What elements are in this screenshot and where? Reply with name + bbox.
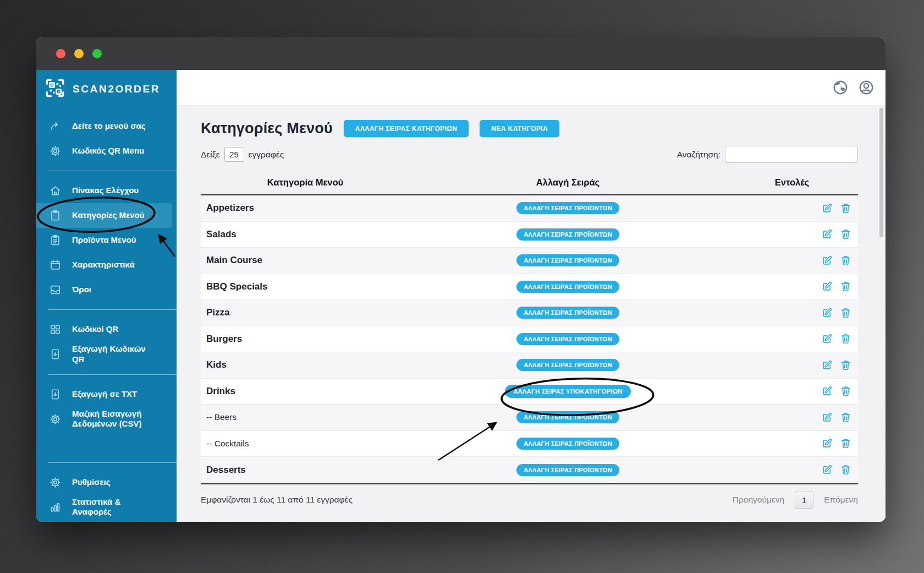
main-column: Κατηγορίες Μενού ΑΛΛΑΓΗ ΣΕΙΡΑΣ ΚΑΤΗΓΟΡΙΩ… bbox=[177, 70, 886, 522]
sidebar-item-qr-codes[interactable]: Κωδικοί QR bbox=[36, 317, 172, 342]
sidebar-item-stats-reports[interactable]: Στατιστικά & Αναφορές bbox=[36, 495, 172, 520]
sidebar-item-label: Εξαγωγή σε TXT bbox=[72, 389, 137, 400]
table-body: Appetizers ΑΛΛΑΓΗ ΣΕΙΡΑΣ ΠΡΟΪΟΝΤΩΝ Salad… bbox=[201, 195, 858, 484]
new-category-button[interactable]: ΝΕΑ ΚΑΤΗΓΟΡΙΑ bbox=[480, 120, 559, 137]
trash-icon bbox=[840, 359, 851, 371]
delete-button[interactable] bbox=[840, 438, 851, 449]
sidebar-item-label: Ρυθμίσεις bbox=[72, 477, 111, 488]
subcategory-name: -- Cocktails bbox=[201, 439, 410, 449]
delete-button[interactable] bbox=[840, 255, 851, 266]
sidebar-item-label: Όροι bbox=[72, 285, 91, 295]
sidebar-item-export-txt[interactable]: Εξαγωγή σε TXT bbox=[36, 382, 172, 407]
sidebar-spacer bbox=[36, 432, 177, 455]
page-length-input[interactable] bbox=[224, 147, 244, 162]
sidebar-item-menu-categories[interactable]: Κατηγορίες Μενού bbox=[36, 203, 172, 228]
trash-icon bbox=[840, 255, 851, 266]
sidebar-item-settings[interactable]: Ρυθμίσεις bbox=[36, 470, 172, 495]
edit-button[interactable] bbox=[821, 307, 833, 319]
minimize-window-button[interactable] bbox=[74, 49, 84, 58]
reorder-categories-button[interactable]: ΑΛΛΑΓΗ ΣΕΙΡΑΣ ΚΑΤΗΓΟΡΙΩΝ bbox=[344, 120, 469, 137]
page-title: Κατηγορίες Μενού bbox=[201, 120, 333, 137]
reorder-subcategories-button[interactable]: ΑΛΛΑΓΗ ΣΕΙΡΑΣ ΥΠΟΚΑΤΗΓΟΡΙΩΝ bbox=[505, 385, 631, 398]
trash-icon bbox=[840, 464, 851, 476]
zoom-window-button[interactable] bbox=[92, 49, 102, 58]
sidebar-item-menu-products[interactable]: Προϊόντα Μενού bbox=[36, 228, 172, 253]
table-row: Burgers ΑΛΛΑΓΗ ΣΕΙΡΑΣ ΠΡΟΪΟΝΤΩΝ bbox=[201, 326, 858, 353]
reorder-products-button[interactable]: ΑΛΛΑΓΗ ΣΕΙΡΑΣ ΠΡΟΪΟΝΤΩΝ bbox=[516, 202, 619, 214]
edit-button[interactable] bbox=[821, 333, 833, 345]
gear-icon bbox=[48, 476, 62, 489]
delete-button[interactable] bbox=[840, 385, 851, 397]
vertical-scrollbar[interactable] bbox=[879, 108, 883, 237]
reorder-products-button[interactable]: ΑΛΛΑΓΗ ΣΕΙΡΑΣ ΠΡΟΪΟΝΤΩΝ bbox=[516, 438, 619, 450]
sidebar-item-label: Κωδικός QR Menu bbox=[72, 146, 144, 156]
delete-button[interactable] bbox=[840, 412, 851, 423]
close-window-button[interactable] bbox=[56, 49, 65, 58]
reorder-products-button[interactable]: ΑΛΛΑΓΗ ΣΕΙΡΑΣ ΠΡΟΪΟΝΤΩΝ bbox=[516, 359, 619, 371]
edit-button[interactable] bbox=[821, 412, 833, 423]
edit-icon bbox=[821, 333, 833, 345]
pagination: Προηγούμενη 1 Επόμενη bbox=[733, 492, 858, 509]
edit-button[interactable] bbox=[821, 385, 833, 397]
sidebar-item-terms[interactable]: Όροι bbox=[36, 277, 172, 302]
table-header-row: Κατηγορία Μενού Αλλαγή Σειράς Εντολές bbox=[201, 171, 858, 195]
sidebar-item-qr-menu-code[interactable]: Κωδικός QR Menu bbox=[36, 139, 172, 163]
delete-button[interactable] bbox=[840, 359, 851, 371]
delete-button[interactable] bbox=[840, 281, 851, 292]
topbar bbox=[177, 70, 886, 106]
delete-button[interactable] bbox=[840, 203, 851, 214]
table-row: Pizza ΑΛΛΑΓΗ ΣΕΙΡΑΣ ΠΡΟΪΟΝΤΩΝ bbox=[201, 300, 858, 326]
results-summary: Εμφανίζονται 1 έως 11 από 11 εγγραφές bbox=[201, 495, 353, 505]
category-name: Burgers bbox=[201, 334, 410, 345]
sidebar-item-view-menu[interactable]: Δείτε το μενού σας bbox=[36, 114, 172, 139]
trash-icon bbox=[840, 385, 851, 397]
edit-button[interactable] bbox=[821, 438, 833, 449]
delete-button[interactable] bbox=[840, 464, 851, 476]
reorder-products-button[interactable]: ΑΛΛΑΓΗ ΣΕΙΡΑΣ ΠΡΟΪΟΝΤΩΝ bbox=[516, 411, 619, 423]
sidebar-item-dashboard[interactable]: Πίνακας Ελέγχου bbox=[36, 178, 172, 203]
page-length-control: Δείξε εγγραφές bbox=[201, 147, 284, 162]
trash-icon bbox=[840, 333, 851, 345]
clipboard-icon bbox=[48, 209, 62, 222]
reorder-products-button[interactable]: ΑΛΛΑΓΗ ΣΕΙΡΑΣ ΠΡΟΪΟΝΤΩΝ bbox=[516, 254, 619, 266]
reorder-products-button[interactable]: ΑΛΛΑΓΗ ΣΕΙΡΑΣ ΠΡΟΪΟΝΤΩΝ bbox=[516, 228, 619, 241]
language-globe-button[interactable] bbox=[832, 79, 849, 96]
subcategory-name: -- Beers bbox=[201, 412, 410, 422]
edit-icon bbox=[821, 228, 833, 240]
qr-logo-icon bbox=[44, 77, 66, 101]
delete-button[interactable] bbox=[840, 307, 851, 319]
edit-icon bbox=[821, 438, 833, 449]
app-body: SCAN2ORDER Δείτε το μενού σας Κωδικός QR… bbox=[36, 70, 886, 522]
desktop-background: SCAN2ORDER Δείτε το μενού σας Κωδικός QR… bbox=[0, 0, 924, 573]
edit-button[interactable] bbox=[821, 255, 833, 266]
table-row: Salads ΑΛΛΑΓΗ ΣΕΙΡΑΣ ΠΡΟΪΟΝΤΩΝ bbox=[201, 222, 858, 248]
account-user-button[interactable] bbox=[858, 79, 875, 96]
reorder-products-button[interactable]: ΑΛΛΑΓΗ ΣΕΙΡΑΣ ΠΡΟΪΟΝΤΩΝ bbox=[516, 307, 619, 319]
table-row: BBQ Specials ΑΛΛΑΓΗ ΣΕΙΡΑΣ ΠΡΟΪΟΝΤΩΝ bbox=[201, 274, 858, 301]
edit-button[interactable] bbox=[821, 464, 833, 476]
sidebar-item-label: Στατιστικά & Αναφορές bbox=[72, 497, 160, 518]
reorder-products-button[interactable]: ΑΛΛΑΓΗ ΣΕΙΡΑΣ ΠΡΟΪΟΝΤΩΝ bbox=[516, 333, 619, 345]
entries-label: εγγραφές bbox=[249, 150, 284, 160]
delete-button[interactable] bbox=[840, 228, 851, 240]
edit-button[interactable] bbox=[821, 281, 833, 292]
grid-icon bbox=[48, 323, 62, 336]
edit-button[interactable] bbox=[821, 359, 833, 371]
previous-page-button[interactable]: Προηγούμενη bbox=[733, 495, 784, 505]
edit-button[interactable] bbox=[821, 203, 833, 214]
sidebar-item-bulk-import-csv[interactable]: Μαζική Εισαγωγή Δεδομένων (CSV) bbox=[36, 407, 172, 432]
edit-button[interactable] bbox=[821, 228, 833, 240]
current-page-button[interactable]: 1 bbox=[795, 492, 813, 509]
column-header-commands: Εντολές bbox=[726, 177, 858, 188]
next-page-button[interactable]: Επόμενη bbox=[824, 495, 858, 505]
edit-icon bbox=[821, 203, 833, 214]
delete-button[interactable] bbox=[840, 333, 851, 345]
sidebar-item-export-qr-codes[interactable]: Εξαγωγή Κωδικών QR bbox=[36, 342, 172, 367]
logo-text: SCAN2ORDER bbox=[73, 83, 160, 95]
edit-icon bbox=[821, 385, 833, 397]
reorder-products-button[interactable]: ΑΛΛΑΓΗ ΣΕΙΡΑΣ ΠΡΟΪΟΝΤΩΝ bbox=[516, 281, 619, 293]
sidebar-item-features[interactable]: Χαρακτηριστικά bbox=[36, 253, 172, 277]
search-input[interactable] bbox=[725, 146, 858, 163]
category-name: Appetizers bbox=[201, 203, 410, 214]
reorder-products-button[interactable]: ΑΛΛΑΓΗ ΣΕΙΡΑΣ ΠΡΟΪΟΝΤΩΝ bbox=[516, 464, 619, 476]
